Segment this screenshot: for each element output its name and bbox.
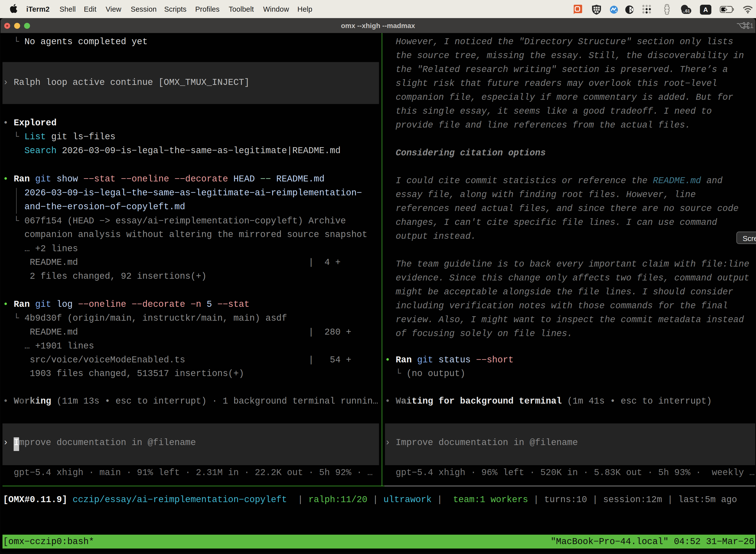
svg-text:A: A	[703, 6, 708, 13]
svg-text:..61: ..61	[683, 9, 690, 13]
svg-text:1: 1	[750, 22, 754, 30]
